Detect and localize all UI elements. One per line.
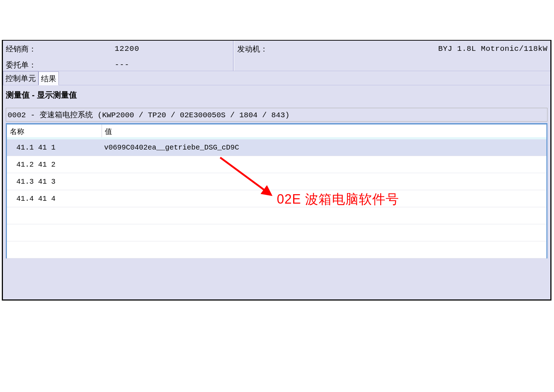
tab-bar: 控制单元 结果 bbox=[3, 71, 550, 85]
order-value: --- bbox=[115, 59, 130, 71]
order-line: 委托单： --- bbox=[6, 59, 230, 71]
tab-control-unit[interactable]: 控制单元 bbox=[3, 71, 38, 85]
diagnostic-window: 经销商： 12200 委托单： --- 发动机： BYJ 1.8L Motron… bbox=[2, 40, 551, 301]
section-title: 测量值 - 显示测量值 bbox=[3, 85, 550, 106]
column-header-name[interactable]: 名称 bbox=[7, 124, 102, 139]
order-label: 委托单： bbox=[6, 59, 115, 71]
app-inner: 经销商： 12200 委托单： --- 发动机： BYJ 1.8L Motron… bbox=[3, 41, 550, 299]
engine-value: BYJ 1.8L Motronic/118kW bbox=[268, 43, 547, 55]
cell-name: 41.2 41 2 bbox=[7, 160, 102, 169]
table-row[interactable]: 41.4 41 4 bbox=[7, 190, 546, 207]
info-left-pane: 经销商： 12200 委托单： --- bbox=[3, 41, 234, 71]
cell-name: 41.4 41 4 bbox=[7, 195, 102, 203]
table-header-row: 名称 值 bbox=[7, 124, 546, 139]
table-row[interactable] bbox=[7, 224, 546, 241]
cell-value: v0699C0402ea__getriebe_DSG_cD9C bbox=[102, 143, 546, 152]
table-row[interactable] bbox=[7, 207, 546, 224]
module-identification: 0002 - 变速箱电控系统 (KWP2000 / TP20 / 02E3000… bbox=[6, 108, 547, 122]
column-header-value[interactable]: 值 bbox=[102, 124, 546, 139]
table-row[interactable] bbox=[7, 241, 546, 258]
table-row[interactable]: 41.1 41 1 v0699C0402ea__getriebe_DSG_cD9… bbox=[7, 139, 546, 156]
cell-name: 41.3 41 3 bbox=[7, 177, 102, 186]
dealer-label: 经销商： bbox=[6, 43, 115, 55]
measurement-table: 名称 值 41.1 41 1 v0699C0402ea__getriebe_DS… bbox=[6, 123, 547, 258]
tab-result[interactable]: 结果 bbox=[38, 72, 59, 85]
cell-name: 41.1 41 1 bbox=[7, 143, 102, 152]
dealer-line: 经销商： 12200 bbox=[6, 43, 230, 55]
table-row[interactable]: 41.3 41 3 bbox=[7, 173, 546, 190]
engine-line: 发动机： BYJ 1.8L Motronic/118kW bbox=[237, 43, 547, 55]
table-row[interactable]: 41.2 41 2 bbox=[7, 156, 546, 173]
info-panel: 经销商： 12200 委托单： --- 发动机： BYJ 1.8L Motron… bbox=[3, 41, 550, 71]
engine-label: 发动机： bbox=[237, 43, 268, 55]
dealer-value: 12200 bbox=[115, 43, 139, 55]
info-right-pane: 发动机： BYJ 1.8L Motronic/118kW bbox=[234, 41, 550, 71]
